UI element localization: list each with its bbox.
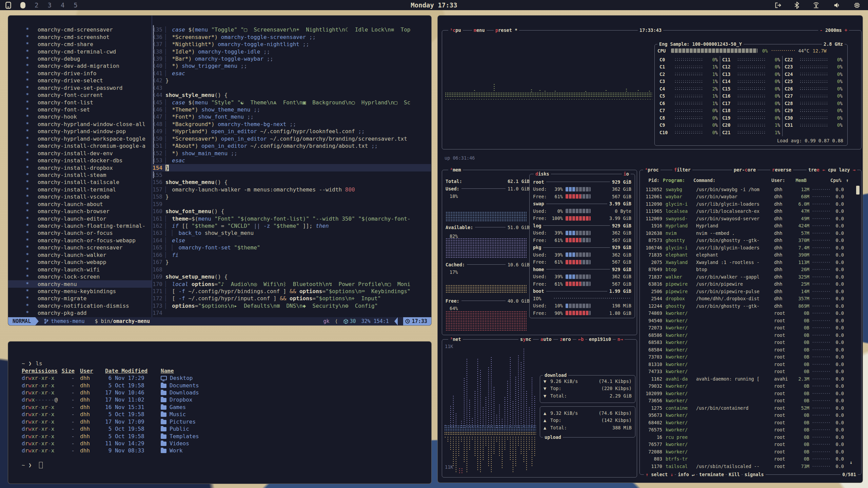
code-line[interactable]: 152▏ *) show_main_menu ;; [153, 149, 431, 157]
process-row[interactable]: 16rcu_preeroot0B0.0 [640, 433, 861, 441]
file-item[interactable]: *omarchy-migrate [8, 295, 152, 302]
code-line[interactable]: 154} [153, 164, 431, 171]
process-row[interactable]: 71837walker/usr/bin/walker --gappldhh325… [640, 273, 861, 281]
code-line[interactable]: 164▏ else [153, 237, 431, 244]
file-item[interactable]: *omarchy-launch-wifi [8, 266, 152, 273]
process-row[interactable]: 102099kworker/root0B0.0 [640, 390, 861, 397]
footer-select[interactable]: ↑ select ↓ [644, 471, 675, 478]
tab-proc[interactable]: ⁴proc [643, 167, 660, 173]
process-row[interactable]: 94540kworker/root0B0.0 [640, 317, 861, 324]
code-line[interactable]: 147▏ *Font*) show_font_menu ;; [153, 113, 431, 120]
process-row[interactable]: 106746glycin-i/usr/lib/glycin-loadersdhh… [640, 244, 861, 251]
process-row[interactable]: 74733kworker/root0B0.0 [640, 368, 861, 375]
process-row[interactable]: 2544dropbox/home/dhh/.dropbox-distdhh357… [640, 295, 861, 303]
code-line[interactable]: 157▏ omarchy-launch-walker -m menus:omar… [153, 186, 431, 193]
code-line[interactable]: 169show_setup_menu() { [153, 273, 431, 280]
code-editor[interactable]: 135▏ case $(menu "Toggle" "▢ Screensaver… [153, 26, 431, 317]
process-row[interactable]: 68583kworker/root0B0.0 [640, 339, 861, 346]
terminal-window[interactable]: ~ ❯ ls Permissions Size User Date Modifi… [8, 341, 432, 484]
code-line[interactable]: 167} [153, 259, 431, 266]
window-icon[interactable] [5, 2, 11, 9]
network-icon[interactable] [812, 2, 820, 9]
clock[interactable]: Monday 17:33 [411, 1, 457, 9]
logout-icon[interactable] [774, 2, 782, 9]
process-row[interactable]: 2075XwaylandXwayland :1 -rootless -dhh11… [640, 259, 861, 266]
process-row[interactable]: 71835elephantelephantdhh390M0.0 [640, 251, 861, 259]
process-row[interactable]: 76575kworker/root0B0.0 [640, 426, 861, 434]
tab-tree[interactable]: tree [807, 167, 821, 173]
code-line[interactable]: 173▏ options="$options\n▸ Defaults\n⊞ DN… [153, 302, 431, 309]
file-item[interactable]: *omarchy-install-tailscale [8, 179, 152, 186]
process-row[interactable]: 112052swaybg/usr/bin/swaybg -i /homdhh12… [640, 186, 861, 193]
code-line[interactable]: 139▏ *Bar*) omarchy-toggle-waybar ;; [153, 55, 431, 62]
file-item[interactable]: *omarchy-install-steam [8, 171, 152, 179]
tab-mem[interactable]: ²mem [448, 167, 463, 173]
code-line[interactable]: 145▏ case $(menu "Style" "☯ Theme\nᴀ Fon… [153, 99, 431, 106]
file-item[interactable]: *omarchy-cmd-screensaver [8, 26, 152, 33]
file-item[interactable]: *omarchy-menu [8, 280, 152, 287]
tab-io[interactable]: io [622, 171, 631, 177]
tab-preset[interactable]: preset * [494, 27, 519, 34]
footer-terminate[interactable]: terminate [697, 471, 726, 478]
file-item[interactable]: *omarchy-cmd-share [8, 41, 152, 48]
pane-separator[interactable] [152, 16, 152, 325]
code-line[interactable]: 172▏ [ -f ~/.config/hypr/input.conf ] &&… [153, 295, 431, 302]
file-item[interactable]: *omarchy-pkg-add [8, 309, 152, 317]
code-line[interactable]: 140▏ *) show_trigger_menu ;; [153, 62, 431, 69]
file-item[interactable]: *omarchy-launch-or-focus-webapp [8, 237, 152, 244]
process-row[interactable]: 102638nvimnvim --embed .dhh57M0.0 [640, 229, 861, 237]
file-item[interactable]: *omarchy-hyprland-workspace-toggle [8, 135, 152, 142]
code-line[interactable]: 155 [153, 171, 431, 179]
code-line[interactable]: 148▏ *Background*) omarchy-theme-bg-next… [153, 121, 431, 128]
file-item[interactable]: *omarchy-launch-or-focus [8, 229, 152, 237]
workspace-5[interactable]: 5 [74, 1, 77, 9]
net-next-iface[interactable]: n→ [616, 336, 625, 343]
tab-menu[interactable]: menu [472, 27, 487, 34]
tab-reverse[interactable]: reverse [770, 167, 793, 173]
file-item[interactable]: *omarchy-launch-floating-terminal- [8, 222, 152, 229]
process-row[interactable]: 76577kworker/root0B0.0 [640, 441, 861, 448]
file-item[interactable]: *omarchy-install-chromium-google-a [8, 142, 152, 149]
file-item[interactable]: *omarchy-hyprland-window-pop [8, 128, 152, 135]
code-line[interactable]: 166▏ fi [153, 251, 431, 259]
tab-filter[interactable]: filter [672, 167, 692, 173]
process-row[interactable]: 63816pipewire/usr/bin/pipewiredhh25M0.0 [640, 281, 861, 288]
file-item[interactable]: *omarchy-cmd-terminal-cwd [8, 48, 152, 55]
code-line[interactable]: 174 [153, 309, 431, 317]
code-line[interactable]: 144show_style_menu() { [153, 92, 431, 99]
process-row[interactable]: 1916HyprlandHyprlanddhh424M0.0 [640, 222, 861, 230]
process-row[interactable]: 72088kworker/root0B0.0 [640, 448, 861, 455]
code-line[interactable]: 150▏ *Screensaver*) open_in_editor ~/.co… [153, 135, 431, 142]
code-line[interactable]: 160show_font_menu() { [153, 208, 431, 215]
sort-selector[interactable]: ← cpu lazy → [821, 167, 857, 173]
footer-signals[interactable]: signals [743, 471, 766, 478]
code-line[interactable]: 138▏ *Idle*) omarchy-toggle-idle ;; [153, 48, 431, 55]
tab-sync[interactable]: sync [518, 336, 533, 343]
code-line[interactable]: 163▏ ▏ back_to show_style_menu [153, 229, 431, 237]
tab-per-core[interactable]: per-core [732, 167, 757, 173]
file-item[interactable]: *omarchy-install-terminal [8, 186, 152, 193]
code-line[interactable]: 162▏ if [[ "$theme" = "CNCLD" || -z "$th… [153, 222, 431, 229]
tab-zero[interactable]: zero [558, 336, 573, 343]
code-line[interactable]: 142} [153, 77, 431, 84]
code-line[interactable]: 158} [153, 193, 431, 200]
process-row[interactable]: 1275containe/usr/bin/containerdroot52M0.… [640, 404, 861, 412]
process-row[interactable]: 112061waybar/usr/bin/waybardhh68M0.0 [640, 193, 861, 201]
code-line[interactable]: 159 [153, 201, 431, 208]
process-row[interactable]: 68402kworker/root0B0.0 [640, 419, 861, 426]
process-row[interactable]: 68586kworker/root0B0.0 [640, 331, 861, 339]
code-line[interactable]: 146▏ *Theme*) show_theme_menu ;; [153, 106, 431, 113]
file-item[interactable]: *omarchy-notification-dismiss [8, 302, 152, 309]
prompt-line-2[interactable]: ~ ❯ [22, 462, 426, 469]
file-item[interactable]: *omarchy-cmd-screenshot [8, 33, 152, 40]
chip-icon[interactable] [853, 2, 861, 9]
process-scrollbar[interactable] [856, 186, 860, 195]
footer-Kill[interactable]: Kill [727, 471, 742, 478]
code-line[interactable]: 165▏ ▏ omarchy-font-set "$theme" [153, 244, 431, 251]
code-line[interactable]: 151▏ *About*) open_in_editor ~/.config/o… [153, 142, 431, 149]
scroll-down-arrow[interactable]: ↓ [850, 460, 852, 465]
process-row[interactable]: 87649btopbtopdhh26M0.0 [640, 266, 861, 273]
code-line[interactable]: 170▏ local options="♪ Audio\n◎ Wifi\nᛒ B… [153, 280, 431, 287]
bluetooth-icon[interactable] [794, 2, 799, 9]
file-item[interactable]: *omarchy-drive-select [8, 77, 152, 84]
